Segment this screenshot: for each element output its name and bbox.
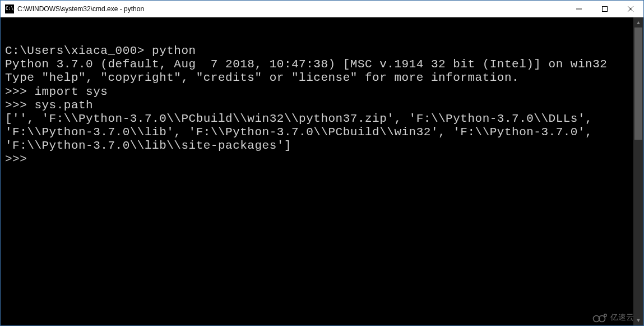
close-button[interactable] xyxy=(618,1,643,17)
vertical-scrollbar[interactable]: ▲ ▼ xyxy=(633,17,643,325)
terminal-content[interactable]: C:\Users\xiaca_000> python Python 3.7.0 … xyxy=(1,17,633,325)
scroll-down-arrow-icon[interactable]: ▼ xyxy=(633,315,643,325)
terminal-area[interactable]: C:\Users\xiaca_000> python Python 3.7.0 … xyxy=(1,17,643,325)
scrollbar-thumb[interactable] xyxy=(634,27,642,140)
window-controls xyxy=(566,1,643,17)
terminal-output: C:\Users\xiaca_000> python Python 3.7.0 … xyxy=(5,31,631,166)
scroll-up-arrow-icon[interactable]: ▲ xyxy=(633,17,643,27)
maximize-button[interactable] xyxy=(592,1,618,17)
window-title: C:\WINDOWS\system32\cmd.exe - python xyxy=(17,5,566,13)
svg-rect-1 xyxy=(603,6,608,11)
cmd-icon: C:\ xyxy=(5,4,14,13)
cmd-window: C:\ C:\WINDOWS\system32\cmd.exe - python… xyxy=(0,0,644,326)
titlebar[interactable]: C:\ C:\WINDOWS\system32\cmd.exe - python xyxy=(1,1,643,17)
minimize-button[interactable] xyxy=(566,1,592,17)
